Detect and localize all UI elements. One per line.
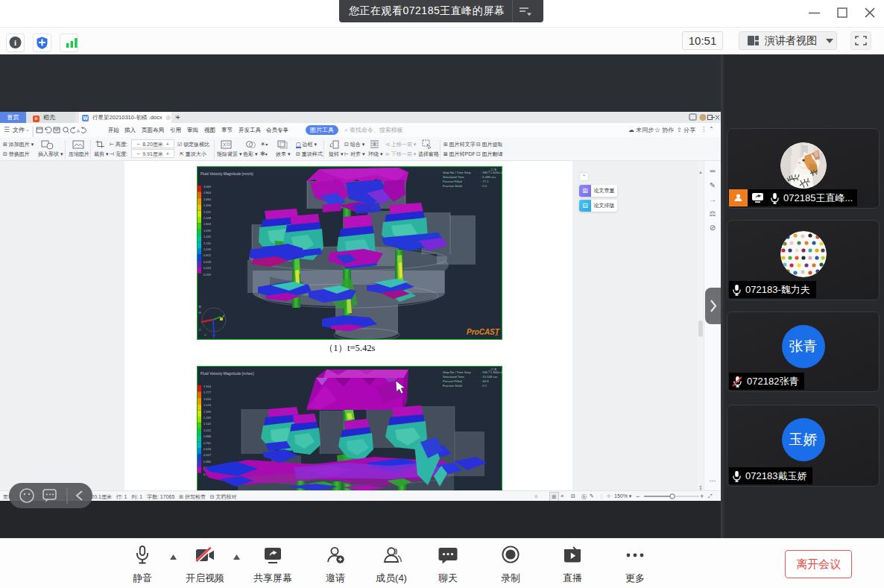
svg-text:0.209: 0.209 <box>203 273 212 276</box>
svg-text:: 5.486 sec: : 5.486 sec <box>481 175 496 179</box>
svg-text:: 380 / 1.626e-002: : 380 / 1.626e-002 <box>481 171 502 174</box>
svg-text:: 10.108 sec: : 10.108 sec <box>481 375 498 379</box>
svg-text:1.026: 1.026 <box>203 247 212 251</box>
svg-text:1.269: 1.269 <box>203 416 212 420</box>
svg-text:2.660: 2.660 <box>203 197 212 201</box>
svg-text:Fraction Solid: Fraction Solid <box>443 384 462 388</box>
svg-text:1.523: 1.523 <box>203 403 212 407</box>
svg-text:1.904: 1.904 <box>203 385 212 388</box>
svg-text:3.069: 3.069 <box>203 185 212 189</box>
svg-text:Fluid Velocity Magnitude [mm/s: Fluid Velocity Magnitude [mm/s] <box>201 171 253 176</box>
svg-text:0.380: 0.380 <box>203 460 212 464</box>
svg-text:0.822: 0.822 <box>203 253 212 257</box>
svg-text:⊖: ⊖ <box>198 310 201 314</box>
svg-text:1.396: 1.396 <box>203 410 212 414</box>
svg-text:: 46.8: : 46.8 <box>481 379 489 383</box>
svg-text:1.015: 1.015 <box>203 429 212 432</box>
svg-text:es: es <box>495 333 498 337</box>
svg-text:i: i <box>14 38 16 47</box>
svg-text:Fraction Solid: Fraction Solid <box>443 184 462 188</box>
svg-text:1.231: 1.231 <box>203 241 212 245</box>
svg-text:Percent Filled: Percent Filled <box>443 379 462 383</box>
svg-text:Percent Filled: Percent Filled <box>443 180 462 183</box>
svg-text:Simulated Time: Simulated Time <box>443 175 465 179</box>
svg-text:0.414: 0.414 <box>203 266 212 270</box>
svg-text:Fluid Velocity Magnitude [m/se: Fluid Velocity Magnitude [m/sec] <box>201 371 254 376</box>
svg-text:0.634: 0.634 <box>203 447 212 451</box>
svg-text:☉: ☉ <box>198 327 201 332</box>
svg-text:2.864: 2.864 <box>203 191 212 195</box>
svg-text:1.777: 1.777 <box>203 391 212 394</box>
svg-text:0.888: 0.888 <box>203 434 212 438</box>
svg-text:1.639: 1.639 <box>203 229 212 233</box>
svg-text:0.507: 0.507 <box>203 453 212 457</box>
svg-text:0.618: 0.618 <box>203 260 212 264</box>
svg-text:: 0.0: : 0.0 <box>481 184 487 188</box>
svg-text:1.142: 1.142 <box>203 422 212 426</box>
svg-text:: 0.1: : 0.1 <box>481 384 487 388</box>
svg-text:0.761: 0.761 <box>203 441 212 445</box>
svg-text:Step No / Time Step: Step No / Time Step <box>443 171 471 174</box>
svg-text:: 77.1: : 77.1 <box>481 180 489 183</box>
svg-text:2.456: 2.456 <box>203 203 212 207</box>
svg-text:⌖: ⌖ <box>204 332 206 337</box>
svg-text:1.435: 1.435 <box>203 235 212 238</box>
svg-text:1.650: 1.650 <box>203 397 212 401</box>
svg-text:Simulated Time: Simulated Time <box>443 375 465 379</box>
svg-text:2.252: 2.252 <box>203 210 212 214</box>
svg-text:: 590 / 1.946e-002: : 590 / 1.946e-002 <box>481 370 502 374</box>
svg-text:⊕: ⊕ <box>198 304 201 309</box>
svg-text:1.843: 1.843 <box>203 222 212 226</box>
svg-text:2.048: 2.048 <box>203 216 212 220</box>
svg-text:Step No / Time Step: Step No / Time Step <box>443 370 471 374</box>
